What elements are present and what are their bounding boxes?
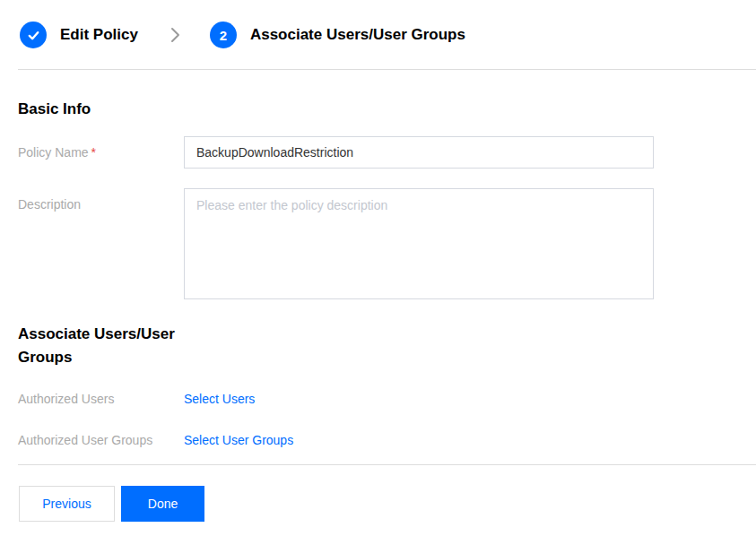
policy-name-input[interactable]: [184, 136, 654, 169]
step-number: 2: [220, 28, 227, 43]
step-associate-users: 2 Associate Users/User Groups: [210, 22, 465, 48]
footer-divider: [18, 464, 756, 465]
policy-name-label: Policy Name*: [18, 145, 184, 160]
step-edit-policy[interactable]: Edit Policy: [20, 22, 138, 48]
step-number-indicator: 2: [210, 22, 237, 48]
associate-section-title: Associate Users/User Groups: [18, 323, 188, 369]
done-button[interactable]: Done: [121, 486, 204, 522]
step-completed-indicator: [20, 22, 47, 48]
authorized-user-groups-row: Authorized User Groups Select User Group…: [18, 433, 756, 447]
description-textarea[interactable]: [184, 188, 654, 299]
previous-button[interactable]: Previous: [19, 486, 115, 522]
step-label: Edit Policy: [60, 26, 138, 44]
authorized-user-groups-label: Authorized User Groups: [18, 433, 184, 447]
header-divider: [18, 69, 756, 70]
authorized-users-row: Authorized Users Select Users: [18, 392, 756, 406]
description-label: Description: [18, 188, 184, 212]
select-user-groups-link[interactable]: Select User Groups: [184, 433, 293, 447]
required-asterisk: *: [91, 145, 96, 160]
basic-info-title: Basic Info: [18, 98, 756, 121]
wizard-stepper: Edit Policy 2 Associate Users/User Group…: [0, 0, 756, 48]
select-users-link[interactable]: Select Users: [184, 392, 255, 406]
step-label: Associate Users/User Groups: [250, 26, 465, 44]
chevron-right-icon: [169, 25, 181, 45]
footer-actions: Previous Done: [19, 486, 756, 522]
check-icon: [27, 29, 40, 42]
authorized-users-label: Authorized Users: [18, 392, 184, 406]
description-row: Description: [18, 188, 756, 299]
policy-name-row: Policy Name*: [18, 136, 756, 169]
